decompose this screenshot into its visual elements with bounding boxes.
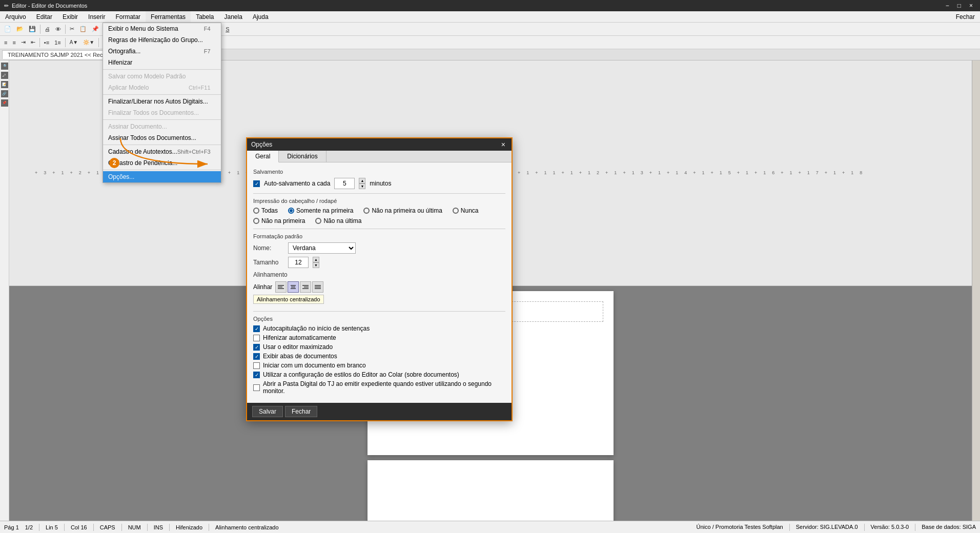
tb2-highlight[interactable]: 🔆▼: [81, 38, 96, 47]
font-size-value[interactable]: [288, 257, 309, 268]
section-formatacao: Formatação padrão: [253, 233, 505, 239]
right-scrollbar[interactable]: [972, 60, 980, 521]
menu-janela[interactable]: Janela: [219, 11, 248, 22]
menu-ortografia[interactable]: Ortografia... F7: [103, 46, 221, 57]
status-ins: INS: [154, 524, 163, 530]
align-left-btn[interactable]: [275, 281, 287, 293]
check-iniciar-branco[interactable]: Iniciar com um documento em branco: [253, 362, 505, 369]
menu-opcoes[interactable]: Opções...: [103, 171, 221, 182]
tamanho-label: Tamanho: [253, 259, 284, 266]
checkbox-editor-max[interactable]: [253, 344, 260, 351]
status-pag: Pág 1: [4, 524, 19, 530]
check-autocap[interactable]: Autocapitulação no início de sentenças: [253, 325, 505, 332]
menu-formatar[interactable]: Formatar: [110, 11, 146, 22]
radio-btn-nao-ultima[interactable]: [315, 218, 321, 224]
sidebar-tool-1[interactable]: 🔎: [1, 63, 8, 70]
tb-preview[interactable]: 👁: [53, 25, 63, 34]
modal-close-btn[interactable]: ×: [499, 140, 507, 149]
tb-paste[interactable]: 📌: [90, 24, 101, 34]
tb2-align-left[interactable]: ≡: [2, 38, 9, 47]
menu-fechar[interactable]: Fechar: [956, 13, 980, 20]
sep-a: [103, 69, 221, 70]
radio-somente-primeira[interactable]: Somente na primeira: [288, 207, 353, 214]
autosave-value-input[interactable]: [334, 178, 355, 189]
radio-btn-nunca[interactable]: [453, 208, 459, 214]
checkbox-hifenizar-auto[interactable]: [253, 335, 260, 341]
menu-ferramentas[interactable]: Ferramentas: [146, 11, 191, 22]
menu-bar: Arquivo Editar Exibir Inserir Formatar F…: [0, 11, 980, 23]
check-hifenizar-auto[interactable]: Hifenizar automaticamente: [253, 334, 505, 341]
tb2-numbering[interactable]: 1≡: [52, 38, 63, 47]
checkbox-config-estilos[interactable]: [253, 372, 260, 378]
radio-nao-primeira-ultima[interactable]: Não na primeira ou última: [363, 207, 442, 214]
tb2-fontcolor[interactable]: A▼: [68, 38, 80, 47]
autosave-unit: minutos: [370, 180, 391, 187]
menu-exibir[interactable]: Exibir: [57, 11, 83, 22]
radio-nunca[interactable]: Nunca: [453, 207, 479, 214]
radio-btn-nao-primeira[interactable]: [253, 218, 259, 224]
menu-exibir-menu-sistema[interactable]: Exibir o Menu do Sistema F4: [103, 23, 221, 34]
tb-save[interactable]: 💾: [27, 24, 38, 34]
sidebar-tool-5[interactable]: 📌: [1, 99, 8, 107]
font-name-select[interactable]: Verdana Times New Roman Arial: [288, 242, 356, 254]
size-spinner-up[interactable]: ▲: [313, 257, 319, 262]
status-pages: 1/2: [25, 524, 33, 530]
sidebar-tool-3[interactable]: 📝: [1, 81, 8, 88]
maximize-btn[interactable]: □: [954, 1, 964, 10]
minimize-btn[interactable]: −: [943, 1, 952, 10]
radio-nao-primeira[interactable]: Não na primeira: [253, 217, 305, 224]
tb-copy[interactable]: 📋: [77, 24, 89, 34]
modal-tab-dicionarios[interactable]: Dicionários: [279, 151, 326, 162]
menu-inserir[interactable]: Inserir: [83, 11, 110, 22]
menu-tabela[interactable]: Tabela: [191, 11, 219, 22]
tb2-indent[interactable]: ⇥: [19, 37, 28, 47]
modal-footer-close-btn[interactable]: Fechar: [285, 406, 317, 417]
checkbox-pasta-digital[interactable]: [253, 384, 260, 391]
sidebar-tool-2[interactable]: 🖊: [1, 72, 8, 79]
modal-body: Salvamento Auto-salvamento a cada ▲ ▼ mi…: [247, 162, 512, 403]
checkbox-exibir-abas[interactable]: [253, 353, 260, 360]
close-btn[interactable]: ×: [966, 1, 976, 10]
menu-ajuda[interactable]: Ajuda: [248, 11, 274, 22]
tb-underline[interactable]: S: [223, 25, 231, 34]
spinner-down[interactable]: ▼: [359, 183, 365, 189]
spinner-up[interactable]: ▲: [359, 178, 365, 183]
menu-editar[interactable]: Editar: [31, 11, 57, 22]
modal-title-bar: Opções ×: [247, 138, 512, 151]
tb-open[interactable]: 📂: [14, 24, 26, 34]
autosave-spinner[interactable]: ▲ ▼: [359, 178, 365, 189]
modal-tab-geral[interactable]: Geral: [247, 151, 279, 162]
check-exibir-abas[interactable]: Exibir abas de documentos: [253, 353, 505, 360]
tb-cut[interactable]: ✂: [68, 24, 76, 34]
radio-btn-todas[interactable]: [253, 208, 259, 214]
checkbox-autocap[interactable]: [253, 325, 260, 332]
autosave-checkbox[interactable]: [253, 180, 260, 187]
menu-pendencia[interactable]: Cadastro de Pendência...: [103, 157, 221, 169]
align-right-btn[interactable]: [300, 281, 311, 293]
tb-new[interactable]: 📄: [2, 24, 13, 34]
menu-assinar-todos[interactable]: Assinar Todos os Documentos...: [103, 132, 221, 144]
checkbox-iniciar-branco[interactable]: [253, 362, 260, 369]
menu-finalizar-autos[interactable]: Finalizar/Liberar nos Autos Digitais...: [103, 96, 221, 107]
size-spinner-down[interactable]: ▼: [313, 262, 319, 268]
align-center-btn[interactable]: [288, 281, 299, 293]
radio-btn-nao-primeira-ultima[interactable]: [363, 208, 370, 214]
tb2-bullets[interactable]: •≡: [42, 38, 51, 47]
size-spinner[interactable]: ▲ ▼: [313, 257, 319, 268]
tb2-outdent[interactable]: ⇤: [29, 37, 37, 47]
check-config-estilos[interactable]: Utilizar a configuração de estilos do Ed…: [253, 371, 505, 378]
menu-hifenizar[interactable]: Hifenizar: [103, 57, 221, 68]
radio-btn-somente-primeira[interactable]: [288, 208, 294, 214]
menu-autotextos[interactable]: Cadastro de Autotextos... Shift+Ctrl+F3: [103, 146, 221, 157]
tb2-align-center[interactable]: ≡: [10, 38, 17, 47]
check-editor-max[interactable]: Usar o editor maximizado: [253, 343, 505, 351]
align-justify-btn[interactable]: [312, 281, 323, 293]
menu-arquivo[interactable]: Arquivo: [0, 11, 31, 22]
radio-nao-ultima[interactable]: Não na última: [315, 217, 361, 224]
modal-save-btn[interactable]: Salvar: [252, 406, 283, 417]
menu-regras-hifenizacao[interactable]: Regras de Hifenização do Grupo...: [103, 34, 221, 46]
radio-todas[interactable]: Todas: [253, 207, 278, 214]
tb-print[interactable]: 🖨: [43, 25, 52, 34]
sidebar-tool-4[interactable]: 🔗: [1, 90, 8, 97]
check-pasta-digital[interactable]: Abrir a Pasta Digital do TJ ao emitir ex…: [253, 380, 505, 395]
